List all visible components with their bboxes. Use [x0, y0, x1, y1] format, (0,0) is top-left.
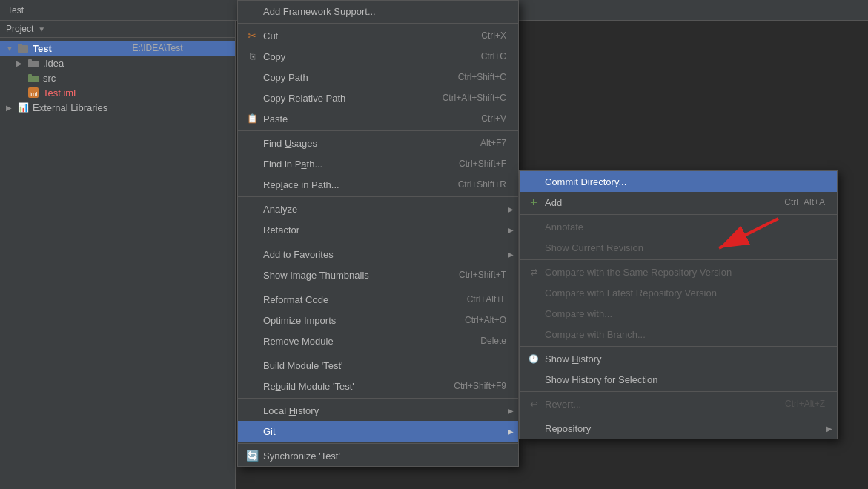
menu-item-add-to-favorites[interactable]: Add to Favorites ▶ — [238, 244, 518, 265]
rebuild-module-shortcut: Ctrl+Shift+F9 — [454, 381, 506, 391]
revert-shortcut: Ctrl+Alt+Z — [785, 399, 825, 409]
tree-label-idea: .idea — [43, 58, 229, 69]
menu-item-reformat-code[interactable]: Reformat Code Ctrl+Alt+L — [238, 289, 518, 310]
svg-rect-5 — [28, 74, 32, 76]
remove-module-icon — [244, 333, 260, 348]
menu-item-show-image-thumbnails[interactable]: Show Image Thumbnails Ctrl+Shift+T — [238, 265, 518, 285]
tree-arrow-test: ▼ — [6, 44, 16, 53]
copy-relative-path-label: Copy Relative Path — [263, 93, 428, 104]
menu-item-copy-relative-path[interactable]: Copy Relative Path Ctrl+Alt+Shift+C — [238, 87, 518, 108]
git-separator-5 — [520, 416, 837, 416]
git-separator-2 — [520, 259, 837, 260]
show-current-revision-icon — [526, 240, 542, 255]
tree-item-idea[interactable]: ▶ .idea — [0, 56, 235, 70]
menu-item-remove-module[interactable]: Remove Module Delete — [238, 330, 518, 351]
annotate-icon — [526, 219, 542, 234]
idea-folder-icon — [27, 57, 40, 69]
menu-item-local-history[interactable]: Local History ▶ — [238, 400, 518, 421]
menu-item-find-usages[interactable]: Find Usages Alt+F7 — [238, 133, 518, 153]
menu-item-cut[interactable]: ✂ Cut Ctrl+X — [238, 25, 518, 46]
tree-arrow-idea: ▶ — [16, 59, 27, 67]
svg-text:iml: iml — [30, 90, 37, 97]
menu-item-git[interactable]: Git ▶ — [238, 421, 518, 442]
remove-module-shortcut: Delete — [480, 336, 506, 346]
copy-relative-path-icon — [244, 90, 260, 105]
rebuild-module-icon — [244, 379, 260, 393]
add-framework-icon — [244, 4, 260, 19]
revert-icon: ↩ — [526, 396, 542, 411]
repository-arrow: ▶ — [826, 425, 832, 433]
tree-label-iml: Test.iml — [43, 87, 229, 99]
find-in-path-icon — [244, 156, 260, 171]
analyze-label: Analyze — [263, 204, 506, 215]
context-menu-main: Add Framework Support... ✂ Cut Ctrl+X ⎘ … — [237, 0, 519, 467]
menu-item-compare-same-repo: ⇄ Compare with the Same Repository Versi… — [520, 262, 837, 282]
copy-relative-path-shortcut: Ctrl+Alt+Shift+C — [443, 93, 506, 103]
menu-item-commit-directory[interactable]: Commit Directory... — [520, 171, 837, 192]
compare-same-icon: ⇄ — [526, 265, 542, 279]
show-image-thumbnails-shortcut: Ctrl+Shift+T — [459, 270, 506, 280]
analyze-icon — [244, 202, 260, 216]
git-label: Git — [263, 426, 506, 437]
replace-in-path-icon — [244, 177, 260, 192]
project-icon — [16, 42, 30, 54]
panel-dropdown-arrow[interactable]: ▼ — [38, 25, 45, 33]
find-usages-shortcut: Alt+F7 — [480, 138, 506, 148]
menu-item-paste[interactable]: 📋 Paste Ctrl+V — [238, 108, 518, 129]
tree-item-test-root[interactable]: ▼ Test E:\IDEA\Test — [0, 41, 235, 56]
tree-label-ext-libs: External Libraries — [33, 102, 229, 113]
compare-with-icon — [526, 306, 542, 321]
synchronize-label: Synchronize 'Test' — [263, 450, 506, 462]
revert-label: Revert... — [545, 399, 770, 410]
menu-item-rebuild-module[interactable]: Rebuild Module 'Test' Ctrl+Shift+F9 — [238, 376, 518, 396]
separator-3 — [238, 242, 518, 242]
find-in-path-shortcut: Ctrl+Shift+F — [459, 159, 506, 169]
tree-item-src[interactable]: src — [0, 70, 235, 85]
analyze-arrow: ▶ — [508, 205, 514, 213]
tree-arrow-ext: ▶ — [6, 104, 16, 112]
copy-icon: ⎘ — [244, 49, 260, 64]
add-to-favorites-arrow: ▶ — [508, 250, 514, 259]
optimize-imports-icon — [244, 313, 260, 327]
git-icon — [244, 424, 260, 439]
iml-icon: iml — [27, 87, 40, 99]
tree-label-test: Test — [33, 43, 130, 54]
separator-1 — [238, 130, 518, 131]
refactor-icon — [244, 222, 260, 237]
menu-item-add-framework[interactable]: Add Framework Support... — [238, 1, 518, 21]
menu-item-compare-latest-repo: Compare with Latest Repository Version — [520, 282, 837, 303]
menu-item-copy[interactable]: ⎘ Copy Ctrl+C — [238, 46, 518, 67]
add-framework-label: Add Framework Support... — [263, 6, 506, 17]
refactor-label: Refactor — [263, 224, 506, 236]
menu-item-compare-with: Compare with... — [520, 303, 837, 324]
ext-libs-icon: 📊 — [16, 102, 30, 113]
build-module-label: Build Module 'Test' — [263, 360, 506, 371]
menu-item-find-in-path[interactable]: Find in Path... Ctrl+Shift+F — [238, 153, 518, 174]
menu-item-synchronize[interactable]: 🔄 Synchronize 'Test' — [238, 445, 518, 466]
compare-latest-repo-label: Compare with Latest Repository Version — [545, 287, 825, 299]
menu-item-show-history-selection[interactable]: Show History for Selection — [520, 369, 837, 390]
compare-branch-icon — [526, 327, 542, 342]
find-usages-icon — [244, 136, 260, 150]
menu-item-optimize-imports[interactable]: Optimize Imports Ctrl+Alt+O — [238, 310, 518, 330]
menu-item-repository[interactable]: Repository ▶ — [520, 418, 837, 439]
find-in-path-label: Find in Path... — [263, 159, 444, 170]
menu-item-copy-path[interactable]: Copy Path Ctrl+Shift+C — [238, 67, 518, 87]
compare-same-repo-label: Compare with the Same Repository Version — [545, 267, 825, 278]
add-shortcut: Ctrl+Alt+A — [784, 197, 825, 207]
local-history-label: Local History — [263, 405, 506, 416]
git-submenu: Commit Directory... + Add Ctrl+Alt+A Ann… — [519, 170, 838, 439]
menu-item-replace-in-path[interactable]: Replace in Path... Ctrl+Shift+R — [238, 174, 518, 195]
tree-item-ext-libs[interactable]: ▶ 📊 External Libraries — [0, 100, 235, 115]
copy-label: Copy — [263, 51, 466, 62]
paste-icon: 📋 — [244, 111, 260, 126]
menu-item-show-history[interactable]: 🕐 Show History — [520, 348, 837, 369]
reformat-code-icon — [244, 292, 260, 307]
menu-item-build-module[interactable]: Build Module 'Test' — [238, 355, 518, 376]
menu-item-show-current-revision: Show Current Revision — [520, 237, 837, 258]
tree-item-test-iml[interactable]: iml Test.iml — [0, 85, 235, 100]
svg-rect-3 — [28, 59, 32, 61]
menu-item-add[interactable]: + Add Ctrl+Alt+A — [520, 192, 837, 213]
menu-item-refactor[interactable]: Refactor ▶ — [238, 219, 518, 240]
menu-item-analyze[interactable]: Analyze ▶ — [238, 199, 518, 219]
